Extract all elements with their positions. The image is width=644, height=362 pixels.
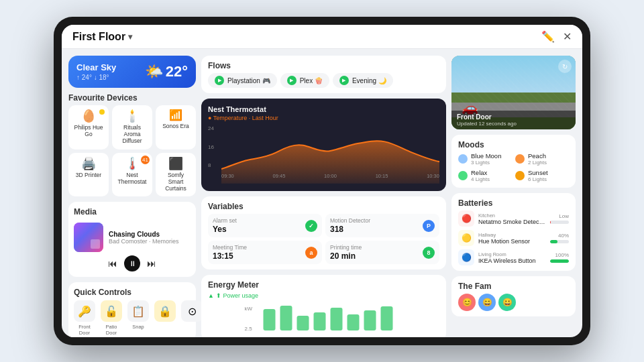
right-column: 🚗 ↻ Front Door Updated 12 seconds ago Mo… [451, 56, 576, 337]
variables-section: Variables Alarm set Yes ✓ Motion Detecto… [201, 196, 446, 269]
flow-evening[interactable]: ▶ Evening 🌙 [333, 73, 393, 88]
var-alarm[interactable]: Alarm set Yes ✓ [208, 214, 322, 237]
device-philips-hue[interactable]: 🥚 Philips Hue Go [68, 105, 109, 149]
quick-control-patio[interactable]: 🔓 Patio Door [101, 300, 122, 336]
device-3d-printer[interactable]: 🖨️ 3D Printer [68, 153, 109, 197]
patio-door-icon: 🔓 [101, 300, 122, 322]
var-alarm-value: Yes [213, 225, 237, 234]
svg-text:kW: kW [245, 306, 253, 312]
peach-color [515, 154, 525, 164]
weather-condition: Clear Sky [76, 62, 116, 72]
fam-avatar-2: 😄 [478, 294, 496, 311]
netatmo-pct: Low [559, 213, 569, 219]
device-sonos[interactable]: 📶 Sonos Era [156, 105, 196, 149]
hue-info: Hallway Hue Motion Sensor [478, 232, 546, 245]
media-info: Chasing Clouds Bad Comoster · Memories [109, 231, 191, 245]
ikea-bar-fill [550, 259, 569, 263]
philips-hue-icon: 🥚 [81, 110, 96, 122]
mood-sunset[interactable]: Sunset 6 Lights [515, 169, 569, 182]
y-label-16: 16 [208, 144, 220, 150]
var-meeting-info: Meeting Time 13:15 [213, 244, 247, 261]
x-label-1030: 10:30 [427, 173, 439, 179]
close-icon[interactable]: ✕ [563, 30, 572, 43]
weather-card[interactable]: Clear Sky ↑ 24° ↓ 18° 🌤️ 22° [68, 56, 196, 88]
media-controls: ⏮ ⏸ ⏭ [74, 255, 191, 272]
moods-section: Moods Blue Moon 3 Lights Pe [451, 135, 576, 188]
weather-icon: 🌤️ [145, 63, 163, 80]
flows-section: Flows ▶ Playstation 🎮 ▶ Plex 🍿 ▶ Eveni [201, 56, 446, 93]
device-somfy[interactable]: ⬛ Somfy Smart Curtains [156, 153, 196, 197]
ikea-name: IKEA Wireless Button [478, 257, 546, 264]
energy-svg: kW 2.5 [208, 302, 439, 336]
blue-moon-color [458, 154, 468, 164]
sonos-icon: 📶 [169, 110, 182, 121]
printer-label: 3D Printer [76, 172, 101, 178]
var-printing-label: Printing time [330, 244, 362, 251]
top-bar: First Floor ▾ ✏️ ✕ [62, 25, 582, 49]
svg-rect-7 [347, 314, 360, 330]
peach-name: Peach [528, 152, 547, 160]
tablet-frame: First Floor ▾ ✏️ ✕ Clear Sky ↑ 24° ↓ 18° [54, 17, 590, 345]
y-label-8: 8 [208, 162, 220, 168]
prev-button[interactable]: ⏮ [107, 257, 119, 270]
edit-icon[interactable]: ✏️ [541, 30, 555, 43]
batteries-section: Batteries 🔴 Kitchen Netatmo Smoke Detect… [451, 193, 576, 271]
netatmo-info: Kitchen Netatmo Smoke Detector [478, 213, 546, 225]
weather-info: Clear Sky ↑ 24° ↓ 18° [76, 62, 116, 81]
main-content: Clear Sky ↑ 24° ↓ 18° 🌤️ 22° Favourite D… [62, 49, 582, 337]
sunset-info: Sunset 6 Lights [528, 169, 548, 182]
x-label-0945: 09:45 [273, 173, 286, 179]
next-button[interactable]: ⏭ [146, 257, 158, 270]
home-title[interactable]: First Floor ▾ [72, 31, 132, 43]
var-meeting[interactable]: Meeting Time 13:15 a [208, 241, 322, 264]
camera-refresh-button[interactable]: ↻ [558, 60, 572, 73]
patio-door-label: Patio Door [101, 324, 122, 336]
device-nest[interactable]: 🌡️ 41 Nest Thermostat [112, 153, 152, 197]
var-motion[interactable]: Motion Detector 318 P [325, 214, 439, 237]
middle-column: Flows ▶ Playstation 🎮 ▶ Plex 🍿 ▶ Eveni [201, 56, 446, 337]
var-printing[interactable]: Printing time 20 min 8 [325, 241, 439, 264]
flow-play-icon: ▶ [215, 76, 224, 85]
relax-color [458, 171, 468, 180]
favourite-devices-title: Favourite Devices [68, 93, 196, 103]
ikea-pct: 100% [555, 252, 569, 258]
front-door-label: Front Door [74, 324, 95, 336]
mood-blue-moon[interactable]: Blue Moon 3 Lights [458, 152, 512, 166]
quick-icons-grid: 🔑 Front Door 🔓 Patio Door 📋 Snap 🔒 [74, 300, 191, 336]
mood-relax[interactable]: Relax 4 Lights [458, 169, 512, 182]
snap-icon: 📋 [127, 300, 149, 322]
media-section: Media Chasing Clouds Bad Comoster · Memo… [68, 202, 196, 277]
device-rituals[interactable]: 🕯️ Rituals Aroma Diffuser [112, 105, 152, 149]
play-pause-button[interactable]: ⏸ [124, 255, 140, 272]
up-arrow-icon: ▲ [208, 292, 214, 299]
mood-peach[interactable]: Peach 2 Lights [515, 152, 569, 166]
var-motion-value: 318 [330, 225, 370, 234]
netatmo-location: Kitchen [478, 213, 546, 219]
quick-control-front-door[interactable]: 🔑 Front Door [74, 300, 95, 336]
var-meeting-badge: a [305, 247, 317, 259]
energy-title: Energy Meter [208, 280, 439, 290]
flow-plex[interactable]: ▶ Plex 🍿 [280, 73, 329, 88]
weather-low: ↓ 18° [94, 74, 109, 81]
blue-moon-name: Blue Moon [471, 152, 501, 160]
flow-playstation[interactable]: ▶ Playstation 🎮 [208, 73, 277, 88]
weather-temperature: 22° [166, 63, 188, 80]
quick-control-circle[interactable]: ⊙ [181, 300, 203, 336]
var-meeting-value: 13:15 [213, 251, 247, 261]
snap-label: Snap [132, 324, 144, 330]
hue-name: Hue Motion Sensor [478, 238, 546, 245]
battery-hue: 🟡 Hallway Hue Motion Sensor 40% [458, 230, 569, 246]
y-label-24: 24 [208, 125, 220, 131]
battery-ikea: 🔵 Living Room IKEA Wireless Button 100% [458, 249, 569, 265]
ikea-icon: 🔵 [458, 249, 474, 265]
nest-label: Nest Thermostat [116, 172, 148, 185]
ikea-bar-bg [550, 259, 569, 263]
quick-control-lock[interactable]: 🔒 [154, 300, 176, 336]
fam-avatars: 😊 😄 😀 [458, 294, 569, 311]
x-label-1000: 10:00 [324, 173, 337, 179]
fam-section: The Fam 😊 😄 😀 [451, 276, 576, 316]
media-artist: Bad Comoster · Memories [109, 238, 191, 245]
quick-control-snap[interactable]: 📋 Snap [127, 300, 149, 336]
chart-x-labels: 09:30 09:45 10:00 10:15 10:30 [221, 173, 439, 179]
somfy-label: Somfy Smart Curtains [160, 172, 192, 192]
